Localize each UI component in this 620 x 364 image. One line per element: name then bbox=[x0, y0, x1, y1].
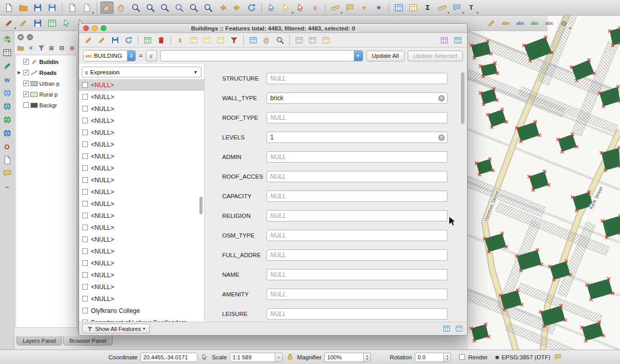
feature-checkbox[interactable] bbox=[82, 177, 88, 183]
feature-checkbox[interactable] bbox=[82, 272, 88, 278]
remove-layer-icon[interactable]: ⊖ bbox=[68, 43, 76, 53]
feature-checkbox[interactable] bbox=[82, 94, 88, 100]
pan-map-icon[interactable] bbox=[100, 2, 114, 14]
deselect-features-icon[interactable] bbox=[294, 2, 307, 14]
tab-browser-panel[interactable]: Browser Panel bbox=[63, 336, 113, 345]
pin-unpin-labels-icon[interactable]: abc bbox=[499, 17, 513, 29]
feature-checkbox[interactable] bbox=[82, 260, 88, 266]
measure-area-icon[interactable]: ▾ bbox=[436, 2, 449, 14]
lock-scale-icon[interactable] bbox=[286, 353, 294, 361]
invert-selection-icon[interactable] bbox=[201, 35, 213, 46]
feature-checkbox[interactable] bbox=[82, 130, 88, 135]
zoom-native-icon[interactable] bbox=[158, 2, 172, 14]
zoom-to-selected-icon[interactable] bbox=[274, 35, 286, 46]
feature-list-item[interactable]: <NULL> bbox=[79, 210, 204, 221]
attribute-table-icon[interactable] bbox=[392, 2, 406, 14]
expander-icon[interactable]: ▶ bbox=[18, 70, 22, 75]
layer-item-roads[interactable]: ▶Roads bbox=[16, 67, 76, 78]
feature-checkbox[interactable] bbox=[82, 153, 88, 159]
list-scrollbar-thumb[interactable] bbox=[199, 197, 203, 214]
close-panel-button[interactable]: ✕ bbox=[18, 34, 24, 40]
feature-checkbox[interactable] bbox=[82, 236, 88, 242]
zoom-to-layer-icon[interactable] bbox=[202, 2, 215, 14]
add-spatialite-layer-icon[interactable] bbox=[1, 87, 13, 99]
feature-list-item[interactable]: <NULL> bbox=[79, 138, 204, 150]
feature-checkbox[interactable] bbox=[82, 308, 88, 313]
zoom-full-icon[interactable] bbox=[173, 2, 186, 14]
create-annotation-icon[interactable] bbox=[1, 167, 13, 180]
expression-input[interactable]: ▼ bbox=[160, 50, 363, 61]
add-feature-icon[interactable] bbox=[45, 17, 59, 29]
feature-list-item[interactable]: <NULL> bbox=[79, 115, 204, 126]
osm_type-field[interactable]: NULL bbox=[267, 230, 447, 241]
move-selection-top-icon[interactable] bbox=[247, 35, 259, 46]
rotation-input[interactable] bbox=[415, 353, 444, 362]
feature-list-item[interactable]: <NULL> bbox=[79, 198, 204, 210]
zoom-next-icon[interactable] bbox=[230, 2, 244, 14]
feature-checkbox[interactable] bbox=[82, 248, 88, 254]
save-layer-edits-icon[interactable] bbox=[31, 17, 44, 29]
zoom-out-icon[interactable] bbox=[144, 2, 157, 14]
mouse-position-toggle-icon[interactable] bbox=[200, 353, 209, 361]
text-annotation-icon[interactable]: T▾ bbox=[464, 2, 478, 14]
open-field-calculator-icon[interactable] bbox=[320, 35, 332, 46]
layer-item-rural-p[interactable]: Rural p bbox=[16, 89, 76, 100]
feature-list-item[interactable]: <NULL> bbox=[79, 103, 204, 115]
rotation-spinbox[interactable]: ▴▾ bbox=[415, 353, 451, 362]
magnifier-spinbox[interactable]: ▴▾ bbox=[324, 353, 371, 362]
filter-legend-icon[interactable] bbox=[37, 43, 45, 53]
layer-item-urban-p[interactable]: Urban p bbox=[16, 78, 76, 89]
clear-value-icon[interactable]: ✕ bbox=[438, 95, 445, 102]
add-wcs-layer-icon[interactable] bbox=[1, 114, 13, 126]
composer-manager-icon[interactable]: ▾ bbox=[80, 2, 94, 14]
feature-list[interactable]: <NULL><NULL><NULL><NULL><NULL><NULL><NUL… bbox=[79, 79, 204, 322]
feature-checkbox[interactable] bbox=[82, 320, 88, 322]
feature-filter-button[interactable]: Show All Features ▾ bbox=[82, 324, 150, 334]
annotation-icon[interactable]: ▾ bbox=[450, 2, 463, 14]
remove-layer-icon[interactable]: − bbox=[1, 181, 13, 193]
new-project-icon[interactable] bbox=[2, 2, 16, 14]
map-tips-icon[interactable] bbox=[343, 2, 357, 14]
feature-checkbox[interactable] bbox=[82, 106, 88, 112]
feature-list-item[interactable]: <NULL> bbox=[79, 91, 204, 103]
move-feature-icon[interactable] bbox=[60, 17, 73, 29]
field-calculator-icon[interactable] bbox=[407, 2, 420, 14]
add-wms-layer-icon[interactable] bbox=[1, 100, 13, 113]
select-all-icon[interactable] bbox=[188, 35, 200, 46]
feature-list-item[interactable]: <NULL> bbox=[79, 257, 204, 269]
admin-field[interactable]: NULL bbox=[267, 151, 447, 163]
feature-list-item[interactable]: <NULL> bbox=[79, 245, 204, 257]
full_addre-field[interactable]: NULL bbox=[267, 249, 447, 261]
feature-checkbox[interactable] bbox=[82, 165, 88, 171]
feature-list-item[interactable]: <NULL> bbox=[79, 221, 204, 233]
label-properties-icon[interactable]: ⚙▾ bbox=[557, 17, 570, 29]
filter-select-icon[interactable] bbox=[228, 35, 240, 46]
structure-field[interactable]: NULL bbox=[267, 73, 447, 84]
render-checkbox[interactable] bbox=[459, 354, 465, 360]
feature-checkbox[interactable] bbox=[82, 225, 88, 230]
identify-features-icon[interactable] bbox=[265, 2, 278, 14]
dialog-titlebar[interactable]: Buildings :: Features total: 4483, filte… bbox=[79, 24, 467, 33]
toggle-editing-icon[interactable] bbox=[17, 17, 30, 29]
feature-list-item[interactable]: <NULL> bbox=[79, 281, 204, 293]
layer-visibility-icon[interactable] bbox=[26, 43, 35, 53]
feature-checkbox[interactable] bbox=[82, 213, 88, 218]
add-oracle-layer-icon[interactable]: O bbox=[1, 140, 13, 153]
wall_type-field[interactable]: brick✕ bbox=[267, 92, 447, 104]
religion-field[interactable]: NULL bbox=[267, 210, 447, 221]
feature-checkbox[interactable] bbox=[82, 284, 88, 290]
zoom-last-icon[interactable] bbox=[216, 2, 229, 14]
measure-icon[interactable]: ▾ bbox=[329, 2, 342, 14]
detach-panel-button[interactable]: ▫ bbox=[27, 34, 33, 40]
feature-list-item[interactable]: <NULL> bbox=[79, 162, 204, 174]
feature-checkbox[interactable] bbox=[82, 118, 88, 123]
new-composer-icon[interactable] bbox=[66, 2, 79, 14]
feature-checkbox[interactable] bbox=[82, 189, 88, 195]
current-edits-icon[interactable]: ▾ bbox=[2, 17, 16, 29]
close-window-button[interactable] bbox=[83, 25, 89, 31]
new-bookmark-icon[interactable]: ★ bbox=[358, 2, 371, 14]
select-features-icon[interactable]: ▾ bbox=[280, 2, 293, 14]
feature-list-item[interactable]: <NULL> bbox=[79, 269, 204, 281]
update-all-button[interactable]: Update All bbox=[366, 51, 405, 61]
feature-list-item[interactable]: <NULL> bbox=[79, 174, 204, 186]
